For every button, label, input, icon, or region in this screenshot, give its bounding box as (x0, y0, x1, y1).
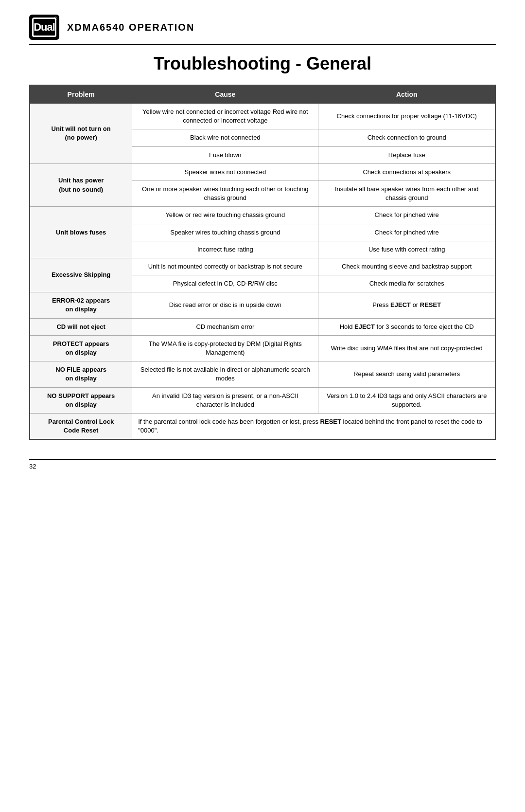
page-title: Troubleshooting - General (29, 54, 496, 74)
action-cell: Check for pinched wire (318, 224, 495, 241)
cause-cell: Yellow wire not connected or incorrect v… (132, 104, 318, 129)
action-cell: Check connections at speakers (318, 163, 495, 180)
table-header-row: Problem Cause Action (30, 85, 495, 104)
problem-cell: NO SUPPORT appearson display (30, 387, 132, 413)
header-title: XDMA6540 OPERATION (67, 22, 194, 33)
table-row: ERROR-02 appearson displayDisc read erro… (30, 292, 495, 318)
action-cell: Check media for scratches (318, 275, 495, 292)
dual-logo: Dual ® (29, 15, 59, 40)
logo-registered: ® (54, 16, 57, 21)
action-cell: Insulate all bare speaker wires from eac… (318, 180, 495, 206)
header-subtitle: OPERATION (125, 22, 194, 33)
action-cell: Replace fuse (318, 146, 495, 163)
header: Dual ® XDMA6540 OPERATION (29, 15, 496, 40)
problem-cell: CD will not eject (30, 318, 132, 335)
footer-line (29, 459, 496, 460)
cause-cell: An invalid ID3 tag version is present, o… (132, 387, 318, 413)
table-row: NO FILE appearson displaySelected file i… (30, 361, 495, 387)
header-divider (29, 44, 496, 45)
cause-cell: Physical defect in CD, CD-R/RW disc (132, 275, 318, 292)
action-cell: Write disc using WMA files that are not … (318, 335, 495, 361)
cause-cell: Unit is not mounted correctly or backstr… (132, 258, 318, 275)
cause-cell: Incorrect fuse rating (132, 241, 318, 258)
cause-cell: Disc read error or disc is in upside dow… (132, 292, 318, 318)
cause-cell: Speaker wires not connected (132, 163, 318, 180)
problem-cell: ERROR-02 appearson display (30, 292, 132, 318)
cause-action-cell: If the parental control lock code has be… (132, 413, 495, 439)
cause-cell: CD mechanism error (132, 318, 318, 335)
action-cell: Use fuse with correct rating (318, 241, 495, 258)
table-row: NO SUPPORT appearson displayAn invalid I… (30, 387, 495, 413)
problem-cell: NO FILE appearson display (30, 361, 132, 387)
action-cell: Repeat search using valid parameters (318, 361, 495, 387)
table-row: PROTECT appearson displayThe WMA file is… (30, 335, 495, 361)
action-cell: Version 1.0 to 2.4 ID3 tags and only ASC… (318, 387, 495, 413)
page-wrapper: Dual ® XDMA6540 OPERATION Troubleshootin… (0, 0, 525, 812)
dual-logo-inner: Dual (32, 18, 56, 37)
table-row: Excessive SkippingUnit is not mounted co… (30, 258, 495, 275)
problem-cell: PROTECT appearson display (30, 335, 132, 361)
cause-cell: Fuse blown (132, 146, 318, 163)
cause-cell: The WMA file is copy-protected by DRM (D… (132, 335, 318, 361)
table-row: Parental Control LockCode ResetIf the pa… (30, 413, 495, 439)
problem-cell: Parental Control LockCode Reset (30, 413, 132, 439)
page-number: 32 (29, 463, 36, 470)
problem-cell: Unit has power(but no sound) (30, 163, 132, 207)
header-action: Action (318, 85, 495, 104)
model-name: XDMA6540 (67, 22, 125, 33)
header-problem: Problem (30, 85, 132, 104)
table-row: Unit has power(but no sound)Speaker wire… (30, 163, 495, 180)
troubleshooting-table: Problem Cause Action Unit will not turn … (29, 85, 496, 440)
action-cell: Check connections for proper voltage (11… (318, 104, 495, 129)
table-row: CD will not ejectCD mechanism errorHold … (30, 318, 495, 335)
cause-cell: One or more speaker wires touching each … (132, 180, 318, 206)
logo-text: Dual (34, 21, 55, 34)
action-cell: Check for pinched wire (318, 207, 495, 224)
problem-cell: Unit blows fuses (30, 207, 132, 258)
action-cell: Press EJECT or RESET (318, 292, 495, 318)
problem-cell: Excessive Skipping (30, 258, 132, 292)
table-row: Unit blows fusesYellow or red wire touch… (30, 207, 495, 224)
table-row: Unit will not turn on(no power)Yellow wi… (30, 104, 495, 129)
cause-cell: Yellow or red wire touching chassis grou… (132, 207, 318, 224)
cause-cell: Black wire not connected (132, 129, 318, 146)
action-cell: Check mounting sleeve and backstrap supp… (318, 258, 495, 275)
action-cell: Check connection to ground (318, 129, 495, 146)
cause-cell: Speaker wires touching chassis ground (132, 224, 318, 241)
header-cause: Cause (132, 85, 318, 104)
cause-cell: Selected file is not available in direct… (132, 361, 318, 387)
action-cell: Hold EJECT for 3 seconds to force eject … (318, 318, 495, 335)
problem-cell: Unit will not turn on(no power) (30, 104, 132, 164)
